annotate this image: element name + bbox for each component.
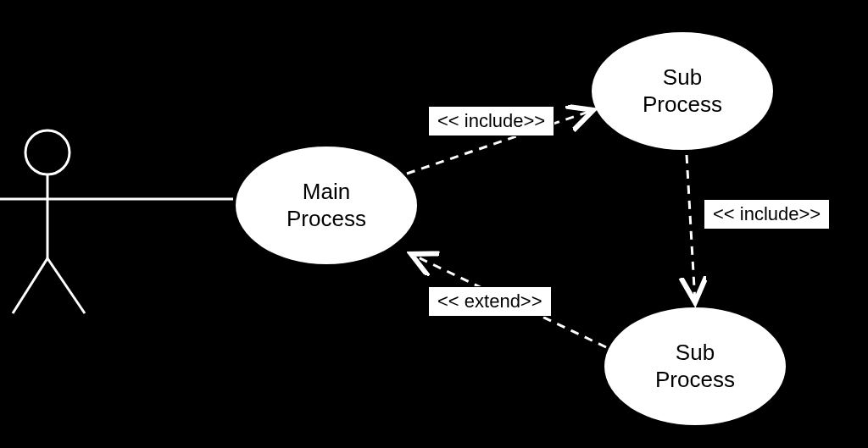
svg-line-7 (687, 155, 695, 302)
use-case-diagram: Main Process Sub Process Sub Process << … (0, 0, 868, 448)
relation-text: << include>> (437, 110, 545, 131)
extend-label: << extend>> (428, 286, 552, 317)
relation-text: << extend>> (437, 290, 542, 312)
include-label-2: << include>> (704, 199, 830, 230)
relation-text: << include>> (713, 203, 821, 224)
include-label-1: << include>> (428, 106, 554, 136)
